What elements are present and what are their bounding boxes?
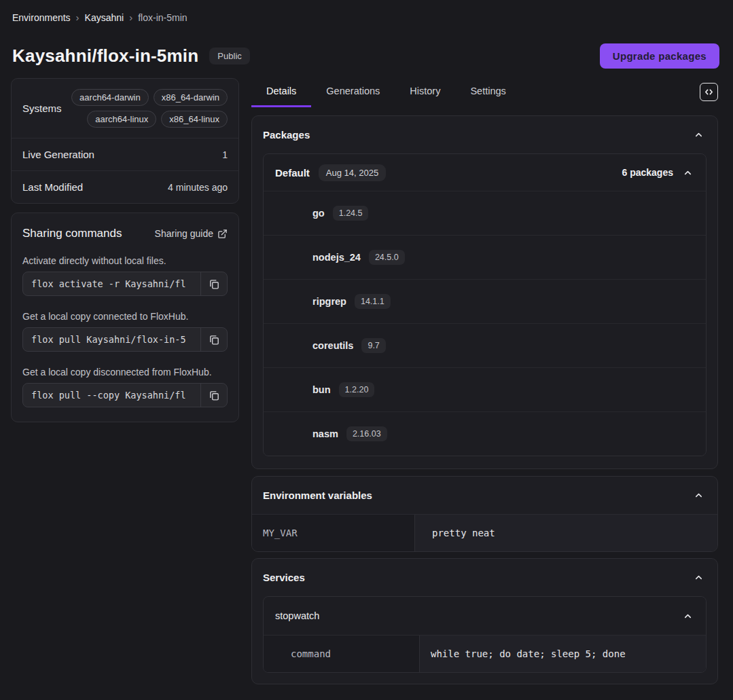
last-modified-value: 4 minutes ago bbox=[168, 182, 228, 193]
package-version-badge: 2.16.03 bbox=[346, 426, 387, 441]
system-pill: aarch64-darwin bbox=[71, 89, 149, 106]
sharing-commands-card: Sharing commands Sharing guide Activate … bbox=[11, 213, 239, 422]
services-collapse-button[interactable] bbox=[692, 571, 705, 584]
code-view-button[interactable] bbox=[700, 83, 718, 101]
tab-history[interactable]: History bbox=[395, 78, 455, 107]
tab-generations[interactable]: Generations bbox=[311, 78, 395, 107]
packages-collapse-button[interactable] bbox=[692, 128, 705, 141]
live-generation-label: Live Generation bbox=[22, 149, 94, 160]
env-var-row: MY_VAR pretty neat bbox=[252, 514, 717, 551]
package-row: coreutils 9.7 bbox=[264, 323, 706, 367]
package-row: bun 1.2.20 bbox=[264, 367, 706, 411]
copy-button[interactable] bbox=[200, 272, 227, 295]
breadcrumb-environments[interactable]: Environments bbox=[12, 12, 71, 23]
service-collapse-button[interactable] bbox=[681, 610, 694, 623]
service-property-value: while true; do date; sleep 5; done bbox=[420, 635, 706, 672]
upgrade-packages-button[interactable]: Upgrade packages bbox=[600, 43, 719, 69]
tab-details[interactable]: Details bbox=[251, 78, 311, 107]
page-title: Kaysahni/flox-in-5min bbox=[12, 45, 198, 67]
environment-info-card: Systems aarch64-darwin x86_64-darwin aar… bbox=[11, 78, 239, 204]
pull-copy-command-label: Get a local copy disconnected from FloxH… bbox=[22, 367, 228, 377]
package-group-name: Default bbox=[275, 167, 310, 179]
service-name: stopwatch bbox=[275, 610, 319, 621]
chevron-up-icon bbox=[683, 168, 693, 178]
package-name: ripgrep bbox=[312, 296, 346, 307]
systems-label: Systems bbox=[22, 103, 62, 114]
external-link-icon bbox=[217, 229, 228, 239]
chevron-up-icon bbox=[683, 611, 693, 621]
package-group-collapse-button[interactable] bbox=[681, 166, 694, 179]
activate-command-box: flox activate -r Kaysahni/fl bbox=[22, 272, 228, 296]
live-generation-row: Live Generation 1 bbox=[12, 139, 238, 171]
sharing-guide-label: Sharing guide bbox=[155, 228, 213, 239]
environment-variables-section: Environment variables MY_VAR pretty neat bbox=[251, 476, 718, 552]
chevron-right-icon: › bbox=[76, 13, 79, 22]
package-version-badge: 1.2.20 bbox=[339, 382, 375, 397]
activate-command-text[interactable]: flox activate -r Kaysahni/fl bbox=[23, 272, 200, 295]
service-stopwatch: stopwatch command while true; do date; s… bbox=[263, 596, 707, 673]
copy-icon bbox=[209, 334, 220, 346]
last-modified-label: Last Modified bbox=[22, 181, 83, 193]
package-name: bun bbox=[312, 384, 331, 395]
packages-section: Packages Default Aug 14, 2025 6 packages bbox=[251, 115, 718, 469]
sharing-commands-title: Sharing commands bbox=[22, 227, 122, 240]
systems-row: Systems aarch64-darwin x86_64-darwin aar… bbox=[12, 79, 238, 139]
tab-bar: Details Generations History Settings bbox=[251, 78, 718, 107]
service-header: stopwatch bbox=[264, 597, 706, 635]
packages-title: Packages bbox=[263, 129, 310, 141]
pull-copy-command-text[interactable]: flox pull --copy Kaysahni/fl bbox=[23, 384, 200, 407]
service-property-row: command while true; do date; sleep 5; do… bbox=[264, 635, 706, 672]
pull-command-label: Get a local copy connected to FloxHub. bbox=[22, 311, 228, 322]
package-group-default: Default Aug 14, 2025 6 packages go 1.24.… bbox=[263, 153, 707, 456]
activate-command-label: Activate directly without local files. bbox=[22, 255, 228, 266]
copy-icon bbox=[209, 278, 220, 290]
last-modified-row: Last Modified 4 minutes ago bbox=[12, 171, 238, 203]
live-generation-value: 1 bbox=[222, 149, 228, 160]
services-title: Services bbox=[263, 572, 305, 583]
visibility-badge: Public bbox=[209, 48, 249, 65]
package-version-badge: 14.1.1 bbox=[355, 294, 391, 309]
chevron-up-icon bbox=[694, 490, 704, 500]
copy-button[interactable] bbox=[200, 328, 227, 351]
environment-variables-collapse-button[interactable] bbox=[692, 489, 705, 502]
system-pill: aarch64-linux bbox=[87, 111, 156, 128]
chevron-up-icon bbox=[694, 572, 704, 583]
copy-icon bbox=[209, 390, 220, 401]
package-name: nodejs_24 bbox=[312, 252, 361, 263]
package-version-badge: 9.7 bbox=[361, 338, 385, 353]
pull-command-text[interactable]: flox pull Kaysahni/flox-in-5 bbox=[23, 328, 200, 351]
pull-command-box: flox pull Kaysahni/flox-in-5 bbox=[22, 327, 228, 352]
package-name: nasm bbox=[312, 428, 338, 439]
sharing-guide-link[interactable]: Sharing guide bbox=[155, 228, 228, 239]
package-row: ripgrep 14.1.1 bbox=[264, 279, 706, 323]
env-var-key: MY_VAR bbox=[252, 515, 415, 551]
env-var-value: pretty neat bbox=[415, 515, 717, 551]
chevron-right-icon: › bbox=[129, 13, 132, 22]
code-icon bbox=[704, 87, 714, 97]
tab-settings[interactable]: Settings bbox=[455, 78, 520, 107]
breadcrumb: Environments › Kaysahni › flox-in-5min bbox=[0, 0, 733, 23]
package-version-badge: 24.5.0 bbox=[369, 250, 405, 265]
package-version-badge: 1.24.5 bbox=[333, 206, 369, 221]
package-count: 6 packages bbox=[622, 167, 674, 178]
package-row: nasm 2.16.03 bbox=[264, 411, 706, 456]
package-name: coreutils bbox=[312, 340, 353, 351]
package-group-header: Default Aug 14, 2025 6 packages bbox=[264, 154, 706, 191]
pull-copy-command-box: flox pull --copy Kaysahni/fl bbox=[22, 383, 228, 407]
breadcrumb-current: flox-in-5min bbox=[138, 12, 187, 23]
package-name: go bbox=[312, 208, 325, 219]
package-row: nodejs_24 24.5.0 bbox=[264, 235, 706, 279]
environment-variables-title: Environment variables bbox=[263, 490, 372, 501]
page-header: Kaysahni/flox-in-5min Public Upgrade pac… bbox=[0, 43, 733, 69]
chevron-up-icon bbox=[694, 130, 704, 140]
services-section: Services stopwatch command while true; d… bbox=[251, 558, 718, 684]
system-pill: x86_64-linux bbox=[161, 111, 228, 128]
system-pill: x86_64-darwin bbox=[154, 89, 228, 106]
package-row: go 1.24.5 bbox=[264, 191, 706, 235]
breadcrumb-owner[interactable]: Kaysahni bbox=[85, 12, 124, 23]
package-group-date-badge: Aug 14, 2025 bbox=[319, 164, 386, 181]
copy-button[interactable] bbox=[200, 384, 227, 407]
service-property-key: command bbox=[264, 635, 420, 672]
